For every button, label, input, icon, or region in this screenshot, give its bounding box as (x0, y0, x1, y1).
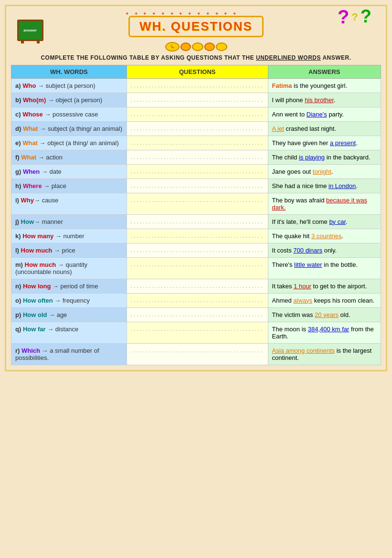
dots: ........................................… (131, 125, 264, 132)
row-id: c) (15, 111, 22, 118)
row-id: e) (15, 139, 22, 147)
dots: ........................................… (131, 111, 264, 117)
row-id: d) (15, 125, 23, 132)
row-id: b) (15, 96, 23, 104)
question-cell-l: ........................................… (127, 243, 268, 257)
row-id: l) (15, 247, 21, 254)
question-cell-p: ........................................… (127, 307, 268, 322)
answer-cell-d: A jet crashed last night. (268, 121, 381, 136)
answer-cell-p: The victim was 20 years old. (268, 307, 381, 322)
wh-cell-b: b) Who(m) → object (a person) (11, 93, 127, 107)
question-cell-n: ........................................… (127, 279, 268, 293)
question-cell-o: ........................................… (127, 293, 268, 307)
row-id: q) (15, 326, 23, 333)
wh-word: What (23, 125, 38, 132)
wh-description: → subject (a person) (36, 82, 95, 89)
question-cell-r: ........................................… (127, 343, 268, 365)
dots: ........................................… (131, 82, 264, 89)
question-cell-f: ........................................… (127, 150, 268, 164)
wh-word: How much (25, 261, 56, 268)
answer-cell-q: The moon is 384,400 km far from the Eart… (268, 322, 381, 343)
header: answer ✦ ✦ ✦ ✦ ✦ ✦ ✦ ✦ ✦ ✦ ✦ ✦ ✦ WH. QUE… (11, 11, 381, 37)
question-marks-decoration: ? ? ? (338, 6, 371, 28)
question-cell-j: ........................................… (127, 214, 268, 229)
answer-cell-b: I will phone his brother. (268, 93, 381, 107)
dots: ........................................… (131, 96, 264, 103)
wh-cell-h: h) Where → place (11, 179, 127, 193)
wh-word: Where (23, 182, 42, 190)
wh-cell-r: r) Which → a small number of possibiliti… (11, 343, 127, 365)
question-cell-d: ........................................… (127, 121, 268, 136)
wh-word: How many (22, 232, 53, 240)
dots: ........................................… (131, 247, 264, 253)
wh-word: How far (23, 326, 46, 333)
row-id: k) (15, 232, 22, 240)
question-cell-g: ........................................… (127, 164, 268, 179)
row-id: a) (15, 82, 22, 89)
dots: ........................................… (131, 347, 264, 354)
answer-cell-e: They have given her a present. (268, 136, 381, 150)
row-id: m) (15, 261, 25, 268)
dots: ........................................… (131, 297, 264, 304)
wh-description: → frequency (53, 297, 90, 304)
wh-cell-k: k) How many → number (11, 229, 127, 243)
wh-description: → possessive case (43, 111, 98, 118)
answer-cell-o: Ahmed always keeps his room clean. (268, 293, 381, 307)
question-cell-q: ........................................… (127, 322, 268, 343)
wh-description: → price (52, 247, 75, 254)
answer-cell-n: It takes 1 hour to get to the airport. (268, 279, 381, 293)
wh-cell-f: f) What → action (11, 150, 127, 164)
wh-word: Whose (22, 111, 43, 118)
row-id: p) (15, 311, 23, 318)
question-cell-c: ........................................… (127, 107, 268, 121)
wh-cell-q: q) How far → distance (11, 322, 127, 343)
header-a: ANSWERS (268, 65, 381, 78)
instruction: COMPLETE THE FOLLOWING TABLE BY ASKING Q… (11, 54, 381, 61)
question-cell-k: ........................................… (127, 229, 268, 243)
answer-cell-a: Fatima is the youngest girl. (268, 78, 381, 93)
wh-description: → cause (34, 197, 58, 204)
wh-description: → action (36, 154, 63, 161)
header-q: QUESTIONS (127, 65, 268, 78)
question-cell-h: ........................................… (127, 179, 268, 193)
dots: ........................................… (131, 232, 264, 239)
wh-description: → distance (46, 326, 79, 333)
answer-cell-k: The quake hit 3 countries. (268, 229, 381, 243)
answer-cell-c: Ann went to Diane's party. (268, 107, 381, 121)
answer-cell-f: The child is playing in the backyard. (268, 150, 381, 164)
wh-cell-m: m) How much → quantity (uncountable noun… (11, 257, 127, 279)
row-id: i) (15, 197, 21, 204)
dots: ........................................… (131, 218, 264, 225)
qm-green: ? (360, 6, 371, 28)
wh-word: How (21, 218, 34, 225)
main-table: WH. WORDS QUESTIONS ANSWERS a) Who → sub… (11, 65, 381, 365)
wh-word: How often (23, 297, 53, 304)
top-decoration: ✦ ✦ ✦ ✦ ✦ ✦ ✦ ✦ ✦ ✦ ✦ ✦ ✦ (49, 11, 314, 16)
wh-cell-l: l) How much → price (11, 243, 127, 257)
wh-cell-a: a) Who → subject (a person) (11, 78, 127, 93)
answer-cell-g: Jane goes out tonight. (268, 164, 381, 179)
answer-cell-r: Asia among continents is the largest con… (268, 343, 381, 365)
dots: ........................................… (131, 154, 264, 160)
wh-cell-c: c) Whose → possessive case (11, 107, 127, 121)
dots: ........................................… (131, 261, 264, 268)
caterpillar-illustration: 🐛 (11, 41, 381, 52)
qm-yellow: ? (351, 11, 358, 28)
dots: ........................................… (131, 283, 264, 289)
dots: ........................................… (131, 139, 264, 146)
wh-word: How long (23, 283, 51, 290)
wh-cell-e: e) What → object (a thing/ an animal) (11, 136, 127, 150)
wh-description: → place (42, 182, 66, 190)
student-illustration: answer (11, 11, 49, 49)
wh-cell-g: g) When → date (11, 164, 127, 179)
row-id: f) (15, 154, 21, 161)
answer-cell-h: She had a nice time in London. (268, 179, 381, 193)
wh-description: → subject (a thing/ an animal) (38, 125, 122, 132)
row-id: j) (15, 218, 21, 225)
wh-word: Who (22, 82, 36, 89)
wh-word: When (23, 168, 40, 175)
qm-purple: ? (338, 6, 349, 28)
row-id: h) (15, 182, 23, 190)
row-id: n) (15, 283, 23, 290)
header-wh: WH. WORDS (11, 65, 127, 78)
